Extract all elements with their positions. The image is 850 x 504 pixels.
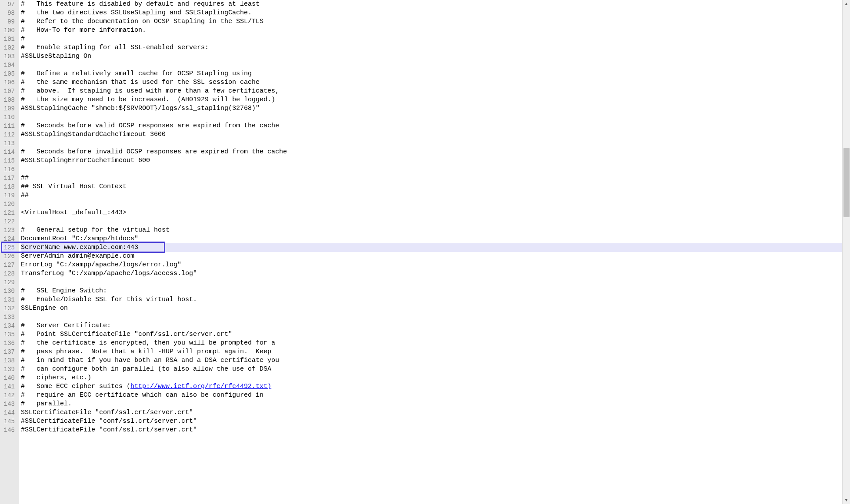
code-line[interactable]: #SSLStaplingStandardCacheTimeout 3600 <box>21 130 842 139</box>
line-number: 119 <box>0 191 16 200</box>
code-line[interactable]: ServerName www.example.com:443 <box>21 243 842 252</box>
code-line[interactable]: ## <box>21 191 842 200</box>
url-link[interactable]: http://www.ietf.org/rfc/rfc4492.txt) <box>130 383 271 390</box>
code-content[interactable]: # This feature is disabled by default an… <box>19 0 842 504</box>
line-number: 106 <box>0 78 16 87</box>
line-number: 143 <box>0 400 16 408</box>
code-line[interactable]: #SSLStaplingCache "shmcb:${SRVROOT}/logs… <box>21 104 842 113</box>
code-line[interactable]: # Seconds before valid OCSP responses ar… <box>21 122 842 130</box>
highlight-annotation-box <box>1 242 165 253</box>
line-number: 136 <box>0 339 16 348</box>
code-line[interactable]: ErrorLog "C:/xampp/apache/logs/error.log… <box>21 261 842 269</box>
line-number: 111 <box>0 122 16 130</box>
line-number: 99 <box>0 17 16 26</box>
editor-scroll-area[interactable]: 9798991001011021031041051061071081091101… <box>0 0 842 504</box>
code-line[interactable]: TransferLog "C:/xampp/apache/logs/access… <box>21 269 842 278</box>
line-number: 105 <box>0 70 16 78</box>
line-number: 125 <box>0 243 16 252</box>
code-line[interactable]: SSLCertificateFile "conf/ssl.crt/server.… <box>21 408 842 417</box>
line-number: 142 <box>0 391 16 400</box>
line-number: 115 <box>0 156 16 165</box>
line-number: 134 <box>0 322 16 330</box>
line-number: 109 <box>0 104 16 113</box>
line-number: 139 <box>0 365 16 374</box>
code-line[interactable] <box>21 113 842 122</box>
code-line[interactable] <box>21 165 842 174</box>
line-number: 130 <box>0 287 16 295</box>
code-line[interactable]: <VirtualHost _default_:443> <box>21 209 842 217</box>
code-line[interactable]: # How-To for more information. <box>21 26 842 35</box>
line-number: 128 <box>0 269 16 278</box>
line-number: 127 <box>0 261 16 269</box>
line-number: 101 <box>0 35 16 43</box>
code-line[interactable]: # Seconds before invalid OCSP responses … <box>21 148 842 156</box>
code-line[interactable] <box>21 313 842 322</box>
code-line[interactable]: # pass phrase. Note that a kill -HUP wil… <box>21 348 842 356</box>
code-line[interactable] <box>21 61 842 70</box>
scroll-down-button[interactable]: ▼ <box>843 496 850 504</box>
scroll-up-button[interactable]: ▲ <box>843 0 850 8</box>
line-number: 145 <box>0 417 16 426</box>
code-line[interactable]: # the certificate is encrypted, then you… <box>21 339 842 348</box>
code-line[interactable]: # Enable stapling for all SSL-enabled se… <box>21 43 842 52</box>
code-line[interactable]: ## <box>21 174 842 182</box>
line-number: 103 <box>0 52 16 61</box>
line-number: 104 <box>0 61 16 70</box>
line-number: 141 <box>0 382 16 391</box>
line-number: 135 <box>0 330 16 339</box>
line-number: 116 <box>0 165 16 174</box>
line-number: 114 <box>0 148 16 156</box>
line-number: 120 <box>0 200 16 209</box>
line-number: 98 <box>0 9 16 17</box>
line-number: 107 <box>0 87 16 96</box>
line-number: 97 <box>0 0 16 9</box>
code-line[interactable]: DocumentRoot "C:/xampp/htdocs" <box>21 235 842 243</box>
code-line[interactable] <box>21 278 842 287</box>
code-line[interactable]: # ciphers, etc.) <box>21 374 842 382</box>
line-number: 122 <box>0 217 16 226</box>
line-number: 137 <box>0 348 16 356</box>
line-number: 112 <box>0 130 16 139</box>
code-line[interactable]: # Some ECC cipher suites (http://www.iet… <box>21 382 842 391</box>
code-line[interactable]: # Point SSLCertificateFile "conf/ssl.crt… <box>21 330 842 339</box>
line-number: 123 <box>0 226 16 235</box>
code-line[interactable] <box>21 217 842 226</box>
line-number-gutter: 9798991001011021031041051061071081091101… <box>0 0 19 504</box>
code-line[interactable]: # General setup for the virtual host <box>21 226 842 235</box>
code-line[interactable]: #SSLCertificateFile "conf/ssl.crt/server… <box>21 417 842 426</box>
code-line[interactable]: ## SSL Virtual Host Context <box>21 182 842 191</box>
code-line[interactable]: # <box>21 35 842 43</box>
code-line[interactable]: ServerAdmin admin@example.com <box>21 252 842 261</box>
line-number: 113 <box>0 139 16 148</box>
line-number: 138 <box>0 356 16 365</box>
code-line[interactable] <box>21 139 842 148</box>
code-line[interactable]: # the same mechanism that is used for th… <box>21 78 842 87</box>
code-line[interactable] <box>21 200 842 209</box>
code-line[interactable]: # the two directives SSLUseStapling and … <box>21 9 842 17</box>
code-line[interactable]: # Server Certificate: <box>21 322 842 330</box>
code-line[interactable]: # can configure both in parallel (to als… <box>21 365 842 374</box>
scroll-thumb[interactable] <box>843 148 850 217</box>
code-line[interactable]: #SSLStaplingErrorCacheTimeout 600 <box>21 156 842 165</box>
vertical-scrollbar[interactable]: ▲ ▼ <box>842 0 850 504</box>
code-line[interactable]: # Enable/Disable SSL for this virtual ho… <box>21 295 842 304</box>
code-line[interactable]: # above. If stapling is used with more t… <box>21 87 842 96</box>
line-number: 131 <box>0 295 16 304</box>
code-line[interactable]: # require an ECC certificate which can a… <box>21 391 842 400</box>
code-line[interactable]: # Define a relatively small cache for OC… <box>21 70 842 78</box>
line-number: 124 <box>0 235 16 243</box>
line-number: 144 <box>0 408 16 417</box>
line-number: 132 <box>0 304 16 313</box>
code-line[interactable]: # This feature is disabled by default an… <box>21 0 842 9</box>
code-line[interactable]: #SSLUseStapling On <box>21 52 842 61</box>
code-line[interactable]: # SSL Engine Switch: <box>21 287 842 295</box>
code-line[interactable]: SSLEngine on <box>21 304 842 313</box>
code-line[interactable]: # Refer to the documentation on OCSP Sta… <box>21 17 842 26</box>
line-number: 108 <box>0 96 16 104</box>
code-line[interactable]: # the size may need to be increased. (AH… <box>21 96 842 104</box>
line-number: 146 <box>0 426 16 434</box>
code-line[interactable]: #SSLCertificateFile "conf/ssl.crt/server… <box>21 426 842 434</box>
code-line[interactable]: # parallel. <box>21 400 842 408</box>
code-line[interactable]: # in mind that if you have both an RSA a… <box>21 356 842 365</box>
code-editor: 9798991001011021031041051061071081091101… <box>0 0 850 504</box>
